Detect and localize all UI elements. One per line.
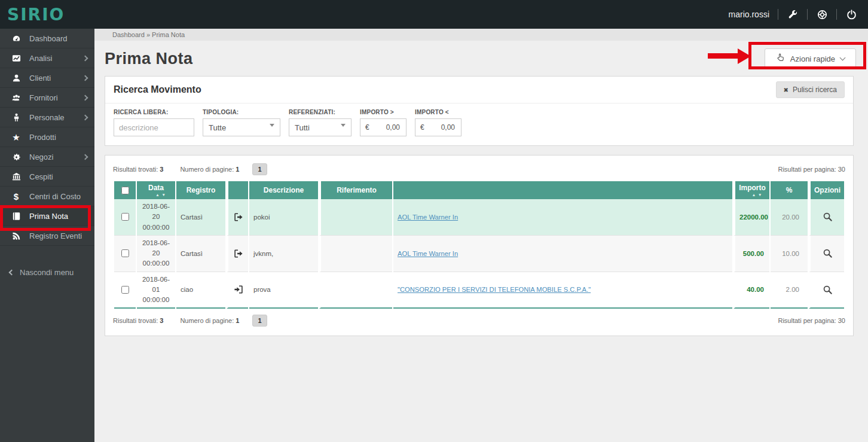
clear-search-button[interactable]: ✖ Pulisci ricerca xyxy=(776,81,845,98)
row-checkbox[interactable] xyxy=(121,249,129,257)
results-found: Risultati trovati: 3 xyxy=(113,166,163,173)
counterpart-link[interactable]: "CONSORZIO PER I SERVIZI DI TELEFONIA MO… xyxy=(398,286,591,293)
breadcrumb-separator: » xyxy=(146,31,150,38)
header-importo[interactable]: Importo▲ ▼ xyxy=(733,181,769,199)
table-row: 2018-06-20 00:00:00 Cartasì jvknm, AOL T… xyxy=(114,236,844,272)
field-referenziati: REFERENZIATI: Tutti xyxy=(289,109,352,136)
sidebar-item-cespiti[interactable]: Cespiti xyxy=(0,167,94,187)
results-table: Data▲ ▼ Registro Descrizione Riferimento… xyxy=(113,181,845,309)
chevron-right-icon xyxy=(82,95,88,100)
results-pages: Numero di pagine: 1 xyxy=(180,166,239,173)
counterpart-link[interactable]: AOL Time Warner In xyxy=(398,214,458,221)
cell-percent: 10.00 xyxy=(771,236,808,272)
header-data[interactable]: Data▲ ▼ xyxy=(137,181,175,199)
sidebar-item-prima-nota[interactable]: Prima Nota xyxy=(0,206,94,226)
cell-importo: 22000.00 xyxy=(733,199,769,236)
search-panel-head: Ricerca Movimento ✖ Pulisci ricerca xyxy=(105,77,853,103)
header-percent: % xyxy=(771,181,808,199)
header-direction xyxy=(227,181,248,199)
table-row: 2018-06-01 00:00:00 ciao prova "CONSORZI… xyxy=(114,272,844,309)
results-info-top: Risultati trovati: 3 Numero di pagine: 1… xyxy=(113,156,845,181)
sidebar-item-clienti[interactable]: Clienti xyxy=(0,68,94,88)
line-chart-icon xyxy=(8,54,24,63)
username[interactable]: mario.rossi xyxy=(729,10,769,19)
gauge-icon xyxy=(8,34,24,43)
results-found: Risultati trovati: 3 xyxy=(113,317,163,324)
table-row: 2018-06-20 00:00:00 Cartasì pokoi AOL Ti… xyxy=(114,199,844,236)
magnifier-icon[interactable] xyxy=(823,285,833,292)
sidebar-item-label: Dashboard xyxy=(29,34,68,43)
cell-date: 2018-06-01 00:00:00 xyxy=(137,272,175,309)
breadcrumb-current: Prima Nota xyxy=(152,31,185,38)
sidebar-item-label: Personale xyxy=(29,113,65,122)
importo-gt-input[interactable] xyxy=(369,123,401,132)
row-select-cell xyxy=(114,236,136,272)
cell-riferimento xyxy=(319,272,392,309)
field-tipologia: TIPOLOGIA: Tutte xyxy=(203,109,280,136)
free-search-input[interactable] xyxy=(114,118,194,136)
row-checkbox[interactable] xyxy=(121,286,129,294)
sidebar-item-prodotti[interactable]: ★ Prodotti xyxy=(0,127,94,147)
chevron-right-icon xyxy=(82,75,88,81)
counterpart-link[interactable]: AOL Time Warner In xyxy=(398,250,458,257)
sidebar-item-label: Negozi xyxy=(29,153,53,161)
sort-icons[interactable]: ▲ ▼ xyxy=(742,193,772,197)
header-riferimento: Riferimento xyxy=(319,181,392,199)
sidebar-item-dashboard[interactable]: Dashboard xyxy=(0,29,94,48)
sidebar-item-negozi[interactable]: Negozi xyxy=(0,147,94,167)
currency-symbol: € xyxy=(420,123,424,132)
cell-percent: 2.00 xyxy=(771,272,808,309)
users-icon xyxy=(8,93,24,102)
tipologia-select[interactable]: Tutte xyxy=(203,118,280,136)
tipologia-value: Tutte xyxy=(209,123,226,132)
clear-icon: ✖ xyxy=(784,87,788,93)
importo-gt-box: € xyxy=(360,118,407,136)
sidebar-item-centri-di-costo[interactable]: $ Centri di Costo xyxy=(0,187,94,206)
referenziati-value: Tutti xyxy=(295,123,310,132)
breadcrumb-home[interactable]: Dashboard xyxy=(112,31,145,38)
field-importo-gt: IMPORTO > € xyxy=(360,109,407,136)
breadcrumb: Dashboard » Prima Nota xyxy=(94,29,868,41)
power-icon[interactable] xyxy=(845,8,857,20)
user-icon xyxy=(8,74,24,83)
sort-icons[interactable]: ▲ ▼ xyxy=(144,193,178,197)
cell-importo: 500.00 xyxy=(733,236,769,272)
referenziati-label: REFERENZIATI: xyxy=(289,109,352,115)
life-ring-icon[interactable] xyxy=(816,8,828,20)
free-search-label: RICERCA LIBERA: xyxy=(114,109,194,115)
currency-symbol: € xyxy=(365,123,369,132)
wrench-icon[interactable] xyxy=(787,8,799,20)
collapse-menu-button[interactable]: Nascondi menu xyxy=(0,264,94,280)
importo-gt-label: IMPORTO > xyxy=(360,109,407,115)
row-select-cell xyxy=(114,272,136,309)
topbar-right: mario.rossi xyxy=(729,8,868,20)
row-select-cell xyxy=(114,199,136,236)
page-number-button[interactable]: 1 xyxy=(252,315,267,327)
clear-search-label: Pulisci ricerca xyxy=(793,86,837,94)
referenziati-select[interactable]: Tutti xyxy=(289,118,352,136)
quick-actions-button[interactable]: Azioni rapide xyxy=(765,48,856,69)
page-number-button[interactable]: 1 xyxy=(252,163,267,175)
caret-down-icon xyxy=(270,124,274,127)
select-all-checkbox[interactable] xyxy=(121,187,129,194)
sign-out-icon xyxy=(227,236,248,272)
magnifier-icon[interactable] xyxy=(823,249,833,257)
importo-lt-box: € xyxy=(415,118,461,136)
tipologia-label: TIPOLOGIA: xyxy=(203,109,280,115)
cell-date: 2018-06-20 00:00:00 xyxy=(137,199,175,236)
cell-counterpart: AOL Time Warner In xyxy=(393,236,732,272)
importo-lt-input[interactable] xyxy=(424,123,456,132)
sidebar-item-fornitori[interactable]: Fornitori xyxy=(0,88,94,108)
sidebar-item-registro-eventi[interactable]: Registro Eventi xyxy=(0,226,94,246)
sidebar-item-analisi[interactable]: Analisi xyxy=(0,48,94,68)
sign-in-icon xyxy=(227,272,248,309)
page-head: Prima Nota Azioni rapide xyxy=(94,41,868,75)
sidebar-item-personale[interactable]: Personale xyxy=(0,108,94,127)
separator xyxy=(778,9,778,20)
sidebar-item-label: Centri di Costo xyxy=(29,192,81,201)
magnifier-icon[interactable] xyxy=(823,213,833,220)
cell-registro: Cartasì xyxy=(176,236,225,272)
cell-riferimento xyxy=(319,199,392,236)
table-header-row: Data▲ ▼ Registro Descrizione Riferimento… xyxy=(114,181,844,199)
row-checkbox[interactable] xyxy=(121,213,129,221)
